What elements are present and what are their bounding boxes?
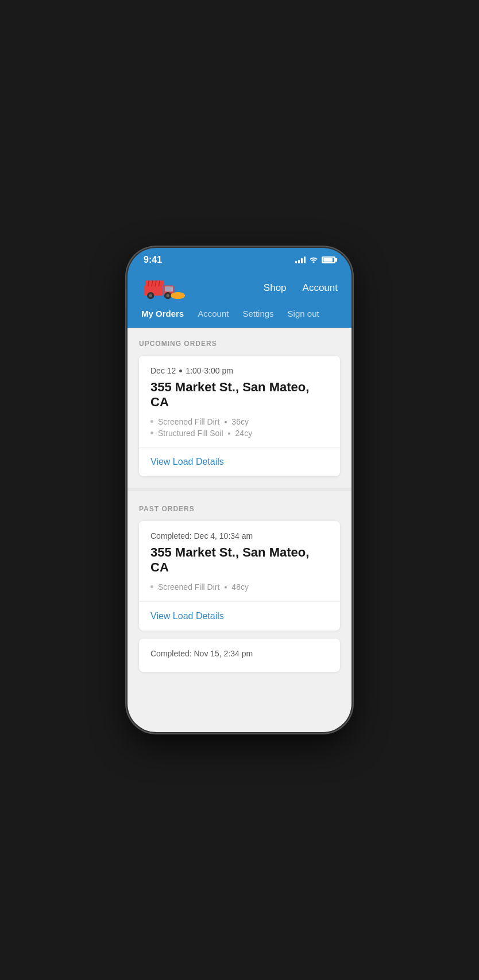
item-qty-1-2: 24cy <box>235 429 253 438</box>
past-item-separator-1-1: ▪ <box>224 582 227 592</box>
order-item-1-1: Screened Fill Dirt ▪ 36cy <box>150 417 329 426</box>
past-order-body-2: Completed: Nov 15, 2:34 pm <box>139 639 340 672</box>
order-address-1: 355 Market St., San Mateo, CA <box>150 380 329 410</box>
past-order-card-1: Completed: Dec 4, 10:34 am 355 Market St… <box>139 521 340 631</box>
order-item-1-2: Structured Fill Soil ▪ 24cy <box>150 429 329 438</box>
upcoming-order-card-1: Dec 12 1:00-3:00 pm 355 Market St., San … <box>139 356 340 476</box>
battery-icon <box>322 256 335 263</box>
item-qty-1-1: 36cy <box>231 417 249 426</box>
item-separator-1-1: ▪ <box>224 417 227 426</box>
past-orders-title: PAST ORDERS <box>139 505 340 513</box>
logo-icon <box>141 275 187 301</box>
past-order-footer-1: View Load Details <box>139 601 340 631</box>
past-item-qty-1-1: 48cy <box>231 582 249 592</box>
account-link[interactable]: Account <box>303 282 338 294</box>
svg-point-9 <box>149 294 152 297</box>
status-bar: 9:41 <box>128 248 351 270</box>
upcoming-orders-title: UPCOMING ORDERS <box>139 340 340 348</box>
datetime-separator <box>179 370 182 372</box>
content-area: UPCOMING ORDERS Dec 12 1:00-3:00 pm 355 … <box>128 328 351 732</box>
upcoming-orders-section: UPCOMING ORDERS Dec 12 1:00-3:00 pm 355 … <box>128 328 351 476</box>
past-order-address-1: 355 Market St., San Mateo, CA <box>150 545 329 575</box>
past-order-item-1-1: Screened Fill Dirt ▪ 48cy <box>150 582 329 592</box>
status-time: 9:41 <box>144 255 162 265</box>
svg-rect-7 <box>165 286 173 291</box>
app-header: Shop Account <box>128 270 351 309</box>
subnav-account[interactable]: Account <box>198 309 229 320</box>
order-completed-2: Completed: Nov 15, 2:34 pm <box>150 649 329 658</box>
gap <box>139 631 340 639</box>
phone-frame: 9:41 <box>128 248 351 732</box>
past-order-items-1: Screened Fill Dirt ▪ 48cy <box>150 582 329 592</box>
bottom-spacer <box>128 672 351 689</box>
header-nav: Shop Account <box>264 282 338 294</box>
view-load-details-link-1[interactable]: View Load Details <box>150 457 224 466</box>
upcoming-order-body-1: Dec 12 1:00-3:00 pm 355 Market St., San … <box>139 356 340 447</box>
subnav-sign-out[interactable]: Sign out <box>288 309 319 320</box>
subnav-my-orders[interactable]: My Orders <box>141 309 184 320</box>
past-item-name-1-1: Screened Fill Dirt <box>158 582 219 592</box>
item-name-1-1: Screened Fill Dirt <box>158 417 219 426</box>
item-name-1-2: Structured Fill Soil <box>158 429 223 438</box>
past-orders-section: PAST ORDERS Completed: Dec 4, 10:34 am 3… <box>128 491 351 672</box>
order-items-1: Screened Fill Dirt ▪ 36cy Structured Fil… <box>150 417 329 438</box>
signal-icon <box>295 256 306 263</box>
svg-point-11 <box>167 294 169 297</box>
item-separator-1-2: ▪ <box>228 429 231 438</box>
status-icons <box>295 255 335 265</box>
order-datetime-1: Dec 12 1:00-3:00 pm <box>150 366 329 375</box>
shop-link[interactable]: Shop <box>264 282 287 294</box>
view-load-details-link-2[interactable]: View Load Details <box>150 611 224 621</box>
wifi-icon <box>309 255 318 265</box>
order-date-1: Dec 12 <box>150 366 176 375</box>
past-order-body-1: Completed: Dec 4, 10:34 am 355 Market St… <box>139 521 340 601</box>
logo[interactable] <box>141 275 187 301</box>
upcoming-order-footer-1: View Load Details <box>139 447 340 476</box>
sub-nav: My Orders Account Settings Sign out <box>128 309 351 328</box>
subnav-settings[interactable]: Settings <box>242 309 273 320</box>
order-completed-1: Completed: Dec 4, 10:34 am <box>150 531 329 540</box>
past-order-card-2: Completed: Nov 15, 2:34 pm <box>139 639 340 672</box>
order-time-1: 1:00-3:00 pm <box>186 366 233 375</box>
